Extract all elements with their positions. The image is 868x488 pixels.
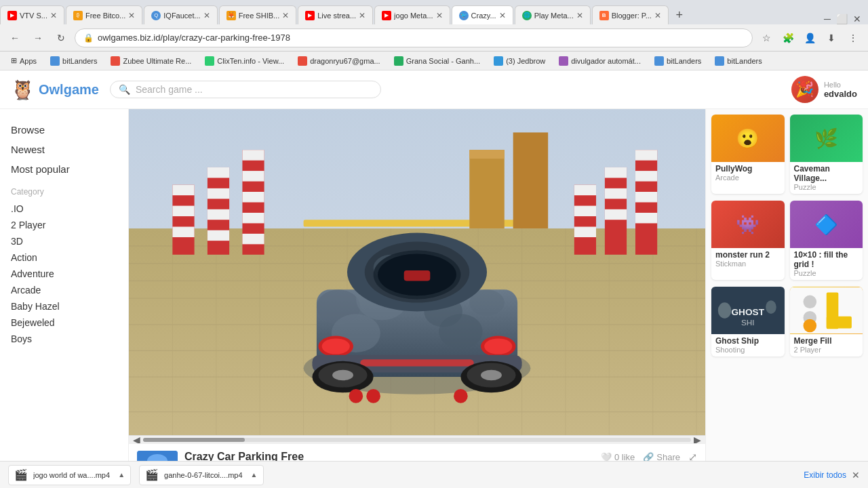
tab-blogger[interactable]: B Blogger: P... ✕ (592, 5, 669, 24)
user-profile-icon[interactable]: 👤 (800, 28, 819, 47)
sidebar-cat-io[interactable]: .IO (11, 201, 117, 217)
svg-text:SHI: SHI (741, 318, 755, 327)
svg-rect-40 (574, 206, 596, 216)
logo-text: Owlgame (39, 82, 99, 98)
sidebar-cat-action[interactable]: Action (11, 249, 117, 266)
new-tab-button[interactable]: + (670, 5, 689, 24)
svg-rect-29 (208, 188, 229, 199)
svg-point-100 (803, 319, 816, 333)
download-item-1[interactable]: 🎬 jogo world of wa....mp4 ▲ (8, 465, 131, 485)
bookmark-apps[interactable]: ⊞ Apps (5, 55, 42, 66)
logo: 🦉 Owlgame (11, 79, 99, 101)
bookmark-icon (494, 56, 503, 66)
svg-rect-47 (635, 150, 657, 160)
bookmark-icon (298, 56, 307, 66)
game-card-name: Ghost Ship (711, 334, 785, 346)
download-expand-icon[interactable]: ▲ (251, 471, 258, 479)
close-tab-icon[interactable]: ✕ (654, 11, 661, 20)
scrollbar-thumb[interactable] (143, 438, 245, 442)
sidebar-cat-arcade[interactable]: Arcade (11, 282, 117, 298)
bookmark-icon (715, 56, 724, 66)
tab-livestream[interactable]: ▶ Live strea... ✕ (298, 5, 373, 24)
close-button[interactable]: ✕ (853, 14, 861, 24)
reload-button[interactable]: ↻ (52, 28, 71, 47)
sidebar-cat-bejeweled[interactable]: Bejeweled (11, 314, 117, 331)
sidebar-cat-2player[interactable]: 2 Player (11, 217, 117, 233)
svg-text:GHOST: GHOST (731, 307, 764, 317)
bookmark-gmail[interactable]: dragonryu67@gma... (292, 55, 386, 67)
bookmark-clixten[interactable]: ClixTen.info - View... (199, 55, 290, 67)
svg-point-78 (332, 370, 353, 380)
close-tab-icon[interactable]: ✕ (359, 11, 366, 20)
close-tab-icon[interactable]: ✕ (128, 11, 135, 20)
tab-playmeta[interactable]: 🌐 Play Meta... ✕ (515, 5, 591, 24)
sidebar-cat-adventure[interactable]: Adventure (11, 266, 117, 282)
bookmark-bitlanders-2[interactable]: bitLanders (649, 55, 707, 67)
svg-point-71 (322, 338, 350, 354)
bookmark-icon (394, 56, 403, 66)
browser-extension-icon[interactable]: 🧩 (778, 28, 797, 47)
download-filename: jogo world of wa....mp4 (33, 471, 110, 479)
svg-point-94 (766, 300, 776, 314)
svg-rect-37 (242, 234, 264, 244)
forward-button[interactable]: → (28, 28, 47, 47)
download-expand-icon[interactable]: ▲ (118, 471, 125, 479)
download-item-2[interactable]: 🎬 ganhe-0-67-litcoi....mp4 ▲ (139, 465, 263, 485)
tab-freebitco[interactable]: ₿ Free Bitco... ✕ (66, 5, 142, 24)
svg-point-83 (366, 389, 380, 403)
sidebar-cat-boys[interactable]: Boys (11, 331, 117, 347)
bookmark-star-icon[interactable]: ☆ (757, 28, 776, 47)
bookmark-bitlanders-1[interactable]: bitLanders (45, 55, 102, 67)
game-frame[interactable] (129, 109, 705, 435)
close-tab-icon[interactable]: ✕ (436, 11, 443, 20)
tab-freeshib[interactable]: 🦊 Free SHIB... ✕ (219, 5, 297, 24)
bookmark-zubee[interactable]: Zubee Ultimate Re... (105, 55, 197, 67)
bookmark-jedbrow[interactable]: (3) Jedbrow (488, 55, 551, 67)
minimize-button[interactable]: ─ (824, 14, 831, 24)
bookmark-icon (205, 56, 214, 66)
tab-vtv[interactable]: ▶ VTV S... ✕ (0, 5, 64, 24)
bookmark-icon (50, 56, 60, 66)
download-icon[interactable]: ⬇ (822, 28, 841, 47)
game-card-name: 10×10 : fill the grid ! (790, 248, 863, 269)
svg-rect-54 (469, 150, 505, 159)
game-card-merge[interactable]: Merge Fill 2 Player (790, 287, 863, 357)
maximize-button[interactable]: ⬜ (836, 14, 848, 24)
close-download-bar-button[interactable]: ✕ (852, 470, 860, 481)
close-tab-icon[interactable]: ✕ (50, 11, 57, 20)
svg-rect-43 (605, 167, 627, 178)
main-content: ◀ ▶ (129, 109, 868, 488)
bookmark-icon (654, 56, 664, 66)
game-card-name: monster run 2 (711, 248, 785, 260)
sidebar-item-browse[interactable]: Browse (11, 120, 117, 140)
tab-crazy[interactable]: 🐦 Crazy... ✕ (452, 5, 513, 24)
game-card-name: PullyWog (711, 162, 785, 174)
scrollbar-track[interactable] (143, 438, 691, 442)
close-tab-icon[interactable]: ✕ (576, 11, 583, 20)
settings-icon[interactable]: ⋮ (844, 28, 863, 47)
sidebar-item-newest[interactable]: Newest (11, 140, 117, 159)
sidebar-cat-3d[interactable]: 3D (11, 233, 117, 249)
bookmark-grana[interactable]: Grana Social - Ganh... (389, 55, 486, 67)
game-card-grid[interactable]: 🔷 10×10 : fill the grid ! Puzzle (790, 201, 863, 280)
svg-point-81 (481, 370, 502, 380)
game-card-ghost[interactable]: GHOST SHI Ghost Ship Shooting (711, 287, 785, 357)
close-tab-icon[interactable]: ✕ (282, 11, 289, 20)
back-button[interactable]: ← (5, 28, 24, 47)
show-all-downloads-button[interactable]: Exibir todos (804, 470, 846, 480)
bookmark-divulgador[interactable]: divulgador automát... (553, 55, 646, 67)
right-panel: 😮 PullyWog Arcade 🌿 Caveman Village... P… (705, 109, 868, 488)
bookmark-bitlanders-3[interactable]: bitLanders (709, 55, 767, 67)
game-card-genre: Stickman (711, 260, 785, 270)
search-bar[interactable]: 🔍 Search game ... (110, 81, 381, 98)
url-bar[interactable]: 🔒 owlgames.biz.id/play/crazy-car-parking… (75, 28, 753, 47)
close-tab-icon[interactable]: ✕ (203, 11, 210, 20)
game-card-pullywog[interactable]: 😮 PullyWog Arcade (711, 115, 785, 194)
close-tab-icon[interactable]: ✕ (499, 11, 506, 20)
game-card-monster[interactable]: 👾 monster run 2 Stickman (711, 201, 785, 280)
tab-jogometa[interactable]: ▶ jogo Meta... ✕ (374, 5, 450, 24)
sidebar-item-most-popular[interactable]: Most popular (11, 159, 117, 179)
tab-iqfaucet[interactable]: Q IQFaucet... ✕ (144, 5, 217, 24)
game-card-caveman[interactable]: 🌿 Caveman Village... Puzzle (790, 115, 863, 194)
sidebar-cat-babyhazel[interactable]: Baby Hazel (11, 298, 117, 314)
